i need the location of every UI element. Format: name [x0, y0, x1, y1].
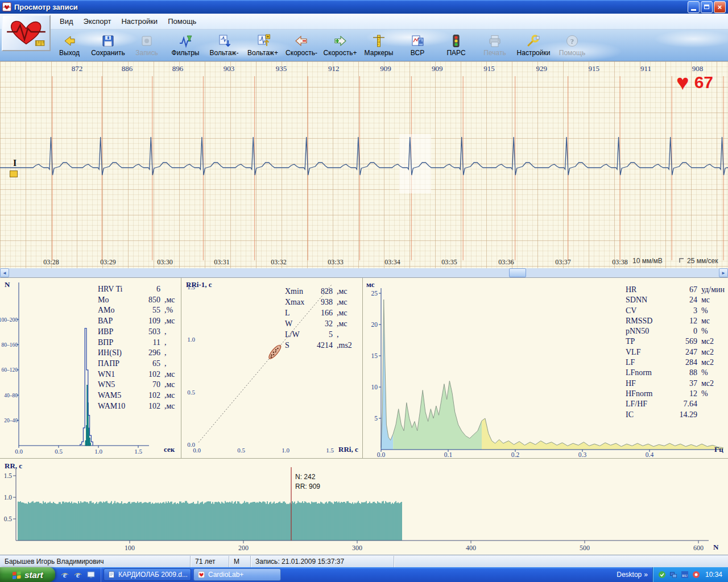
- toolbar-button-label: Выход: [59, 49, 80, 57]
- windows-flag-icon: [12, 571, 22, 579]
- desktop-toolbar-chevron[interactable]: »: [644, 571, 648, 579]
- minimize-icon: [691, 9, 696, 11]
- close-button[interactable]: ×: [714, 1, 726, 13]
- hist-x-tick-label: 0.0: [15, 448, 23, 455]
- spectrum-stat-value: 24: [671, 295, 697, 305]
- toolbar-button-speed-plus[interactable]: Скорость+: [321, 31, 359, 60]
- start-button[interactable]: start: [0, 567, 55, 582]
- spectrum-stat-label: LF: [626, 357, 671, 368]
- hrv-stat-unit: ,мс: [160, 380, 183, 390]
- rr-interval-label: 911: [640, 64, 651, 73]
- tray-messenger-icon[interactable]: [692, 571, 700, 579]
- spectrum-stat-value: 284: [671, 357, 697, 368]
- spectrum-stat-label: LFnorm: [626, 368, 671, 378]
- toolbar-button-voltage-plus[interactable]: Вольтаж+: [243, 31, 282, 60]
- rr-x-tick-label: 300: [352, 544, 362, 552]
- time-label: 03:34: [384, 258, 400, 266]
- internet-explorer-icon[interactable]: e: [60, 570, 69, 579]
- desktop-toolbar-label: Desktop: [617, 571, 642, 579]
- scatter-stat-value: 5: [309, 329, 333, 340]
- scatter-stat-value: 828: [309, 286, 333, 297]
- menu-item-Экспорт[interactable]: Экспорт: [78, 15, 117, 28]
- spectrum-stat-unit: мс2: [697, 357, 728, 368]
- rr-trend-plot[interactable]: 0.51.01.5100200300400500600: [0, 459, 728, 555]
- spectrum-stat-label: CV: [626, 306, 671, 316]
- hrv-stat-unit: ,: [160, 338, 183, 348]
- document-icon: [107, 571, 115, 579]
- rr-interval-label: 909: [432, 64, 443, 73]
- toolbar-button-speed-minus[interactable]: Скорость-: [282, 31, 321, 60]
- scatter-stat-value: 166: [309, 307, 333, 318]
- rr-trend-panel: 0.51.01.5100200300400500600 RR, c N N: 2…: [0, 458, 728, 555]
- spectrum-x-tick-label: 0.4: [646, 451, 654, 458]
- scroll-right-button[interactable]: ►: [719, 268, 728, 277]
- heart-icon: ♥: [676, 73, 689, 92]
- spectrum-band-LF: [393, 381, 482, 450]
- hrv-stat-value: 6: [140, 284, 160, 295]
- toolbar-button-save[interactable]: Сохранить: [89, 31, 127, 60]
- scatter-stat-label: W: [285, 318, 309, 329]
- help-icon: ?: [565, 34, 580, 48]
- toolbar-button-filters[interactable]: Фильтры: [166, 31, 205, 60]
- heart-rate-value: 67: [694, 73, 713, 92]
- spectrum-stat-unit: %: [697, 306, 728, 316]
- status-bar-spacer: [394, 556, 728, 567]
- exit-icon: [62, 34, 77, 48]
- scroll-track[interactable]: [9, 268, 719, 277]
- toolbar-button-label: Вольтаж+: [247, 49, 278, 57]
- print-icon: [487, 34, 502, 48]
- spectrum-stat-unit: уд/мин: [697, 285, 728, 295]
- spectrum-stat-label: HF: [626, 379, 671, 389]
- minimize-button[interactable]: [688, 1, 700, 13]
- hist-y-tick-label: 40–80: [4, 393, 18, 398]
- menu-item-Вид[interactable]: Вид: [55, 15, 78, 28]
- spectrum-stat-label: IC: [626, 410, 671, 420]
- show-desktop-icon[interactable]: [86, 570, 96, 579]
- hrv-stat-label: ИВР: [98, 327, 140, 338]
- ecg-panel: 8728868969039359129099099159299159119080…: [0, 61, 728, 268]
- scatter-stat-label: L/W: [285, 329, 309, 340]
- internet-explorer-2-icon[interactable]: e: [73, 570, 82, 579]
- scatter-y-tick-label: 1.0: [187, 336, 195, 343]
- tray-network-icon[interactable]: [669, 571, 677, 579]
- toolbar-button-voltage-minus[interactable]: Вольтаж-: [205, 31, 243, 60]
- rr-x-tick-label: 600: [693, 544, 704, 552]
- speed-scale-icon: [679, 258, 684, 263]
- toolbar-button-settings[interactable]: Настройки: [514, 31, 553, 60]
- task-button-1[interactable]: КАРДИОЛАБ 2009.d...: [104, 568, 191, 581]
- svg-text:RU: RU: [682, 573, 688, 578]
- heart-ecg-logo-icon: [3, 16, 49, 49]
- spectrum-y-tick-label: 5: [374, 415, 378, 422]
- rr-trend-x-axis-label: N: [713, 543, 718, 552]
- toolbar-button-pars[interactable]: ПАРС: [437, 31, 475, 60]
- toolbar-button-label: Помощь: [559, 49, 585, 57]
- scroll-left-button[interactable]: ◄: [0, 268, 9, 277]
- tray-language-icon[interactable]: RU: [681, 571, 689, 579]
- hist-x-tick-label: 0.5: [55, 448, 63, 455]
- filters-icon: [178, 34, 193, 48]
- menu-item-Настройки[interactable]: Настройки: [116, 15, 163, 28]
- spectrum-x-axis-label: Гц: [714, 445, 723, 454]
- spectrum-stat-value: 0: [671, 326, 697, 336]
- toolbar-button-exit[interactable]: Выход: [50, 31, 89, 60]
- spectrum-stat-unit: [697, 399, 728, 409]
- ecg-plot[interactable]: 8728868969039359129099099159299159119080…: [0, 61, 728, 268]
- toolbar-button-record: Запись: [127, 31, 166, 60]
- hrv-stat-unit: ,: [160, 359, 183, 369]
- task-button-2[interactable]: CardioLab+: [193, 568, 281, 581]
- hrv-stat-label: WAM10: [98, 401, 140, 412]
- hrv-stat-value: 296: [140, 348, 160, 359]
- toolbar-button-vsr[interactable]: ВСР: [398, 31, 437, 60]
- scroll-thumb[interactable]: [509, 268, 526, 277]
- menu-item-Помощь[interactable]: Помощь: [163, 15, 201, 28]
- toolbar-button-markers[interactable]: Маркеры: [359, 31, 398, 60]
- hrv-stats-table: HRV Ti6Mo850,мсAMo55,%ВАР109,мсИВР503,ВП…: [98, 284, 183, 411]
- hist-y-tick-label: 100–200: [0, 317, 18, 323]
- spectrum-x-tick-label: 0.2: [511, 451, 520, 458]
- spectrum-stat-unit: мс2: [697, 347, 728, 357]
- maximize-button[interactable]: [701, 1, 713, 13]
- desktop-toolbar[interactable]: Desktop »: [612, 571, 652, 579]
- spectrum-stat-label: RMSSD: [626, 316, 671, 326]
- spectrum-x-tick-label: 0.0: [377, 451, 386, 458]
- tray-antivirus-icon[interactable]: [658, 571, 666, 579]
